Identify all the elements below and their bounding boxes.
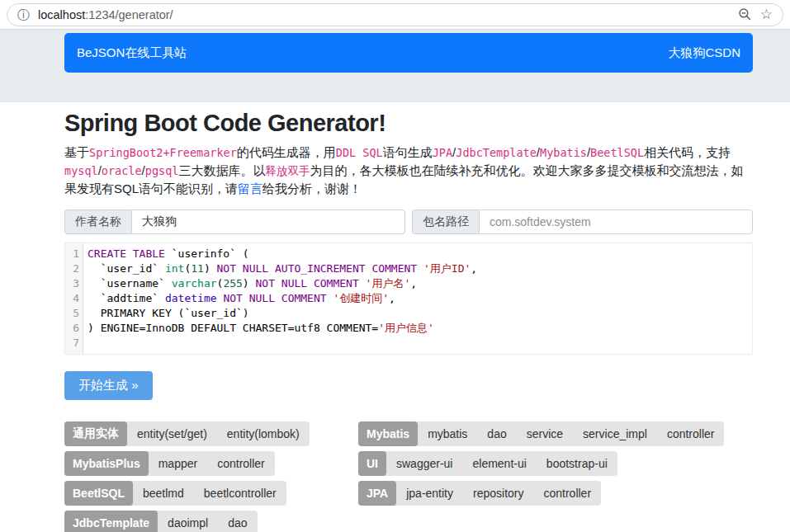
code-token: NOT NULL AUTO_INCREMENT COMMENT: [217, 262, 418, 275]
template-item-link[interactable]: entity(set/get): [127, 421, 217, 446]
template-groups-left-column: 通用实体entity(set/get)entity(lombok)Mybatis…: [64, 421, 358, 532]
code-token: [359, 277, 366, 290]
code-token: PRIMARY KEY (`user_id`): [88, 307, 249, 319]
line-number: 6: [65, 321, 79, 336]
line-number: 4: [65, 291, 79, 306]
inline-code: BeetlSQL: [590, 146, 644, 159]
code-token: ,: [410, 277, 417, 290]
template-item-link[interactable]: mapper: [149, 451, 207, 476]
template-item-link[interactable]: beetlcontroller: [194, 481, 286, 506]
template-group-row: UIswagger-uielement-uibootstrap-ui: [358, 451, 617, 476]
inline-code: 释放双手: [265, 164, 310, 177]
code-token: 11: [191, 262, 204, 275]
template-item-link[interactable]: dao: [477, 421, 516, 446]
inline-code: JdbcTemplate: [456, 146, 537, 159]
template-item-link[interactable]: daoimpl: [158, 511, 218, 532]
browser-toolbar: ⓘ localhost:1234/generator/ ☆: [0, 0, 790, 30]
template-groups: 通用实体entity(set/get)entity(lombok)Mybatis…: [64, 421, 753, 532]
text-run: 基于: [64, 145, 89, 159]
template-item-link[interactable]: jpa-entity: [396, 481, 463, 506]
text-run: 语句生成: [383, 145, 433, 159]
inline-code: JPA: [433, 146, 452, 159]
line-number: 7: [65, 336, 79, 351]
code-token: datetime: [165, 292, 217, 304]
code-token: '创建时间': [333, 292, 389, 304]
code-token: `addtime`: [88, 292, 165, 304]
url-text[interactable]: localhost:1234/generator/: [38, 8, 730, 21]
inline-code: pgsql: [145, 164, 179, 177]
code-token: '用户名': [366, 277, 411, 290]
code-token: ): [243, 277, 256, 290]
code-token: ) ENGINE=InnoDB DEFAULT CHARSET=utf8 COM…: [88, 322, 378, 334]
template-item-link[interactable]: controller: [657, 421, 725, 446]
code-line: `username` varchar(255) NOT NULL COMMENT…: [88, 276, 752, 291]
template-item-link[interactable]: repository: [463, 481, 533, 506]
template-group-label: JdbcTemplate: [64, 511, 158, 532]
line-number: 2: [65, 261, 79, 276]
navbar-brand-link[interactable]: BeJSON在线工具站: [77, 45, 187, 61]
template-item-link[interactable]: beetlmd: [133, 481, 194, 506]
page-title: Spring Boot Code Generator!: [64, 110, 753, 137]
code-token: '用户ID': [423, 262, 471, 275]
code-line: `addtime` datetime NOT NULL COMMENT '创建时…: [88, 291, 752, 306]
template-item-link[interactable]: service: [517, 421, 573, 446]
template-item-link[interactable]: dao: [218, 511, 257, 532]
template-group-row: JPAjpa-entityrepositorycontroller: [358, 481, 601, 506]
template-item-link[interactable]: service_impl: [573, 421, 657, 446]
bookmark-star-icon[interactable]: ☆: [760, 7, 773, 21]
template-group-row: JdbcTemplatedaoimpldao: [64, 511, 258, 532]
author-input[interactable]: [131, 210, 405, 234]
code-line: ) ENGINE=InnoDB DEFAULT CHARSET=utf8 COM…: [88, 321, 752, 336]
code-token: [417, 262, 423, 275]
code-area[interactable]: CREATE TABLE `userinfo` ( `user_id` int(…: [83, 243, 752, 354]
template-group-row: 通用实体entity(set/get)entity(lombok): [64, 421, 310, 446]
header-band: BeJSON在线工具站 大狼狗CSDN: [0, 30, 790, 102]
text-run: 相关代码，支持: [644, 145, 731, 159]
template-group-label: UI: [358, 451, 386, 476]
package-label: 包名路径: [412, 210, 479, 234]
code-token: CREATE TABLE: [88, 247, 165, 260]
zoom-indicator-icon[interactable]: [738, 7, 752, 21]
sql-code-editor[interactable]: 1234567CREATE TABLE `userinfo` ( `user_i…: [64, 242, 753, 355]
code-token: ): [204, 262, 217, 275]
package-input-group: 包名路径: [412, 210, 753, 234]
code-token: `username`: [88, 277, 172, 290]
navbar-right-link[interactable]: 大狼狗CSDN: [668, 45, 740, 61]
template-group-row: Mybatismybatisdaoserviceservice_implcont…: [358, 421, 724, 446]
inline-code: Mybatis: [540, 146, 587, 159]
code-token: varchar: [172, 277, 217, 290]
main-content: Spring Boot Code Generator! 基于SpringBoot…: [0, 102, 790, 532]
inline-code: DDL SQL: [336, 146, 383, 159]
message-link[interactable]: 留言: [238, 181, 263, 195]
template-groups-right-column: Mybatismybatisdaoserviceservice_implcont…: [358, 421, 724, 532]
template-item-link[interactable]: mybatis: [418, 421, 477, 446]
template-item-link[interactable]: swagger-ui: [386, 451, 462, 476]
address-bar[interactable]: ⓘ localhost:1234/generator/ ☆: [7, 3, 783, 26]
url-path: :1234/generator/: [85, 8, 173, 21]
inline-code: oracle: [102, 164, 142, 177]
code-token: '用户信息': [378, 322, 434, 334]
template-item-link[interactable]: entity(lombok): [217, 421, 310, 446]
code-token: ,: [471, 262, 477, 275]
url-host: localhost: [38, 8, 85, 21]
template-item-link[interactable]: controller: [207, 451, 275, 476]
template-item-link[interactable]: controller: [533, 481, 601, 506]
text-run: 三大数据库。以: [178, 163, 265, 177]
code-token: `userinfo` (: [165, 247, 249, 260]
template-group-row: BeetlSQLbeetlmdbeetlcontroller: [64, 481, 286, 506]
template-group-label: 通用实体: [64, 421, 127, 446]
text-run: 给我分析，谢谢！: [263, 181, 362, 195]
inline-code: mysql: [64, 164, 98, 177]
generate-button[interactable]: 开始生成 »: [64, 371, 153, 400]
template-item-link[interactable]: element-ui: [462, 451, 536, 476]
author-input-group: 作者名称: [64, 210, 405, 234]
author-label: 作者名称: [64, 210, 131, 234]
line-number: 1: [65, 247, 79, 261]
page-info-icon[interactable]: ⓘ: [17, 8, 30, 21]
line-number: 5: [65, 306, 79, 321]
text-run: 的代码生成器，用: [237, 145, 336, 159]
template-group-label: Mybatis: [358, 421, 418, 446]
template-item-link[interactable]: bootstrap-ui: [537, 451, 617, 476]
code-line: CREATE TABLE `userinfo` (: [88, 247, 752, 261]
package-input[interactable]: [479, 210, 753, 234]
